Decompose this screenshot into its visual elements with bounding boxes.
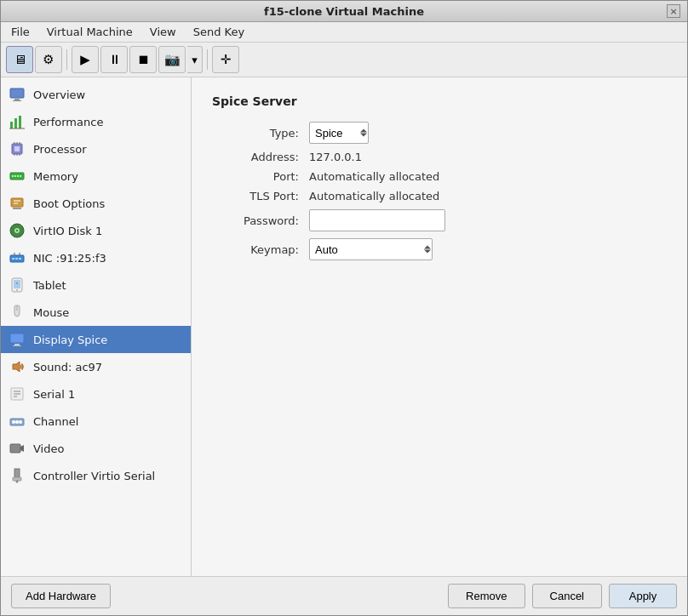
menu-view[interactable]: View — [143, 24, 183, 40]
svg-rect-20 — [11, 198, 23, 207]
sidebar-label-channel: Channel — [33, 415, 78, 428]
svg-rect-39 — [14, 344, 20, 345]
section-title: Spice Server — [212, 94, 667, 108]
svg-point-35 — [16, 289, 18, 291]
sidebar-item-nic[interactable]: NIC :91:25:f3 — [1, 244, 191, 271]
toolbar-separator-1 — [66, 49, 67, 70]
type-select-wrapper: Spice — [309, 122, 369, 144]
close-button[interactable]: × — [667, 4, 680, 18]
svg-rect-19 — [20, 175, 21, 177]
svg-rect-40 — [13, 345, 21, 346]
sidebar-item-memory[interactable]: Memory — [1, 163, 191, 190]
form-grid: Type: Spice Address: 127.0.0.1 — [212, 122, 667, 260]
sidebar-label-mouse: Mouse — [33, 306, 69, 319]
svg-rect-38 — [10, 334, 24, 343]
sidebar-item-display-spice[interactable]: Display Spice — [1, 326, 191, 353]
keymap-select-container: Auto en-us de fr es — [309, 238, 667, 260]
sidebar-label-nic: NIC :91:25:f3 — [33, 252, 106, 265]
processor-icon — [8, 140, 26, 158]
sidebar-label-controller-virtio: Controller Virtio Serial — [33, 470, 155, 482]
sidebar-label-processor: Processor — [33, 143, 87, 156]
sidebar-item-performance[interactable]: Performance — [1, 108, 191, 135]
svg-rect-8 — [14, 146, 20, 151]
monitor-icon: 🖥 — [14, 52, 26, 67]
svg-marker-51 — [20, 445, 24, 452]
stop-icon: ⏹ — [137, 52, 150, 67]
sidebar-item-overview[interactable]: Overview — [1, 81, 191, 108]
play-toolbar-btn[interactable]: ▶ — [72, 46, 99, 73]
remove-button[interactable]: Remove — [448, 584, 525, 608]
sidebar-label-serial: Serial 1 — [33, 388, 75, 401]
sidebar-item-virtio-disk[interactable]: VirtIO Disk 1 — [1, 217, 191, 244]
keymap-select-wrapper: Auto en-us de fr es — [309, 238, 433, 260]
menubar: File Virtual Machine View Send Key — [1, 22, 687, 43]
settings-toolbar-btn[interactable]: ⚙ — [35, 46, 62, 73]
snapshot-dropdown-arrow[interactable]: ▾ — [187, 46, 203, 73]
tls-port-value: Automatically allocated — [309, 190, 667, 202]
svg-rect-53 — [13, 477, 21, 481]
stop-toolbar-btn[interactable]: ⏹ — [129, 46, 157, 73]
svg-rect-17 — [14, 175, 16, 177]
menu-virtual-machine[interactable]: Virtual Machine — [40, 24, 140, 40]
type-field-container: Spice — [309, 122, 667, 144]
snapshot-toolbar-btn[interactable]: 📷 — [158, 46, 186, 73]
sidebar-item-video[interactable]: Video — [1, 435, 191, 462]
password-field-container — [309, 209, 667, 231]
sidebar-label-video: Video — [33, 442, 64, 455]
svg-rect-34 — [14, 280, 20, 288]
sidebar-label-overview: Overview — [33, 88, 85, 101]
sidebar-label-performance: Performance — [33, 116, 103, 128]
type-select[interactable]: Spice — [309, 122, 369, 144]
sidebar-label-sound: Sound: ac97 — [33, 361, 102, 374]
svg-rect-2 — [13, 100, 21, 101]
port-value: Automatically allocated — [309, 170, 667, 183]
sidebar-item-tablet[interactable]: Tablet — [1, 271, 191, 299]
svg-rect-0 — [10, 88, 24, 98]
address-label: Address: — [212, 151, 306, 163]
sidebar-item-boot-options[interactable]: Boot Options — [1, 190, 191, 217]
cancel-button[interactable]: Cancel — [532, 584, 602, 608]
svg-rect-16 — [12, 175, 14, 177]
pause-toolbar-btn[interactable]: ⏸ — [100, 46, 128, 73]
boot-options-icon — [8, 194, 26, 213]
controller-virtio-icon — [8, 466, 26, 485]
svg-point-54 — [16, 481, 19, 483]
svg-rect-28 — [12, 258, 14, 260]
menu-send-key[interactable]: Send Key — [186, 24, 251, 40]
sidebar-item-serial[interactable]: Serial 1 — [1, 380, 191, 408]
monitor-toolbar-btn[interactable]: 🖥 — [6, 46, 33, 73]
sidebar-item-processor[interactable]: Processor — [1, 135, 191, 163]
add-hardware-button[interactable]: Add Hardware — [11, 584, 111, 608]
window-title: f15-clone Virtual Machine — [21, 5, 667, 18]
pause-icon: ⏸ — [108, 52, 121, 67]
bottom-right-buttons: Remove Cancel Apply — [448, 584, 677, 608]
svg-point-26 — [16, 230, 18, 231]
apply-button[interactable]: Apply — [609, 584, 677, 608]
move-toolbar-btn[interactable]: ✛ — [212, 46, 239, 73]
svg-rect-4 — [14, 118, 17, 128]
password-label: Password: — [212, 214, 306, 227]
sidebar-item-sound[interactable]: Sound: ac97 — [1, 353, 191, 380]
sidebar-label-virtio-disk: VirtIO Disk 1 — [33, 225, 102, 237]
keymap-select[interactable]: Auto en-us de fr es — [309, 238, 433, 260]
move-icon: ✛ — [221, 52, 232, 67]
performance-icon — [8, 112, 26, 131]
sidebar-item-mouse[interactable]: Mouse — [1, 299, 191, 326]
password-input[interactable] — [309, 209, 445, 231]
sidebar-item-controller-virtio[interactable]: Controller Virtio Serial — [1, 462, 191, 489]
sidebar-label-boot-options: Boot Options — [33, 197, 105, 210]
address-value: 127.0.0.1 — [309, 151, 667, 163]
video-icon — [8, 439, 26, 458]
svg-rect-21 — [13, 208, 21, 209]
svg-rect-50 — [10, 444, 20, 453]
snapshot-dropdown: ▾ — [187, 46, 203, 73]
display-spice-icon — [8, 330, 26, 349]
svg-marker-41 — [13, 362, 20, 372]
nic-icon — [8, 248, 26, 267]
sidebar-item-channel[interactable]: Channel — [1, 408, 191, 435]
menu-file[interactable]: File — [4, 24, 37, 40]
tls-port-label: TLS Port: — [212, 190, 306, 202]
channel-icon — [8, 412, 26, 431]
main-panel: Spice Server Type: Spice — [192, 77, 687, 576]
sidebar-label-display-spice: Display Spice — [33, 334, 107, 346]
